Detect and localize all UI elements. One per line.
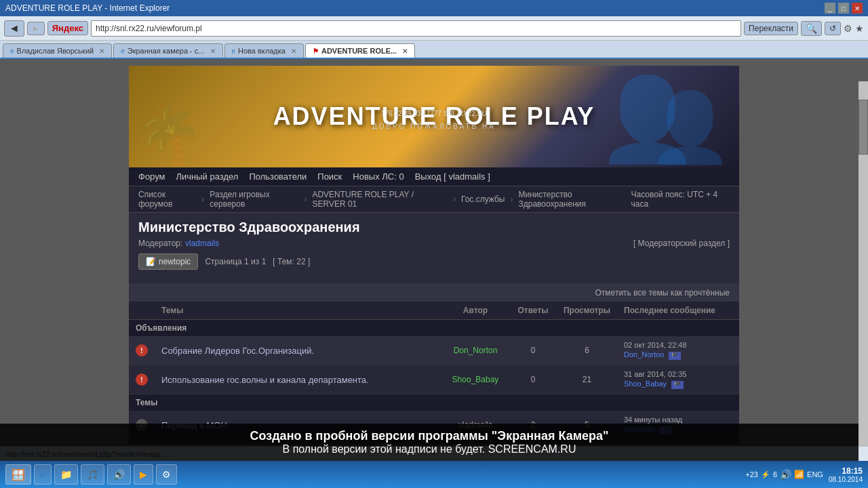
- nav-users[interactable]: Пользователи: [249, 171, 307, 182]
- breadcrumb-ministry[interactable]: Министерство Здравоохранения: [518, 190, 631, 209]
- forward-button[interactable]: ►: [27, 22, 45, 35]
- tab-favicon-4: ⚑: [313, 47, 319, 55]
- forum-title-bar: Министерство Здравоохранения: [138, 220, 730, 235]
- nav-forum[interactable]: Форум: [138, 171, 165, 182]
- address-bar[interactable]: http://snl.rx22.ru/viewforum.pl: [91, 20, 741, 37]
- topics-table: Темы Автор Ответы Просмотры Последнее со: [129, 302, 739, 444]
- nav-personal[interactable]: Личный раздел: [176, 171, 239, 182]
- tab-close-1[interactable]: ✕: [99, 47, 104, 55]
- back-button[interactable]: ◄: [4, 20, 24, 37]
- author-link[interactable]: Shoo_Babay: [452, 375, 499, 384]
- moderator-section: Модератор: vladmails [ Модераторский раз…: [138, 238, 730, 248]
- taskbar-ie[interactable]: e: [34, 464, 52, 485]
- ie-icon: e: [40, 469, 45, 480]
- tray-network: 📶: [794, 470, 804, 479]
- tray-lang: ENG: [807, 470, 823, 479]
- col-icon: [129, 302, 155, 320]
- author-cell: Don_Norton: [441, 336, 509, 365]
- forum-body: Министерство Здравоохранения Модератор: …: [129, 213, 739, 283]
- minimize-button[interactable]: _: [825, 3, 835, 14]
- breadcrumb-timezone: Часовой пояс: UTC + 4 часа: [631, 190, 730, 209]
- topic-count: [ Тем: 22 ]: [273, 257, 310, 266]
- scrollbar[interactable]: [859, 81, 868, 446]
- views-cell: 6: [557, 336, 617, 365]
- last-post-author[interactable]: Shoo_Babay: [624, 380, 667, 388]
- new-topic-label: newtopic: [159, 257, 191, 266]
- breadcrumb-sep-2: ›: [304, 195, 307, 204]
- taskbar-explorer[interactable]: 📁: [54, 464, 78, 485]
- nav-logout[interactable]: Выход [ vladmails ]: [415, 171, 490, 182]
- mark-read-link[interactable]: Отметить все темы как прочтённые: [595, 288, 730, 298]
- taskbar-app3[interactable]: 🔊: [107, 464, 131, 485]
- window-controls: _ □ ✕: [825, 3, 863, 14]
- tab-label-2: Экранная камера - с...: [127, 47, 205, 55]
- taskbar-media[interactable]: 🎵: [81, 464, 104, 485]
- watermark-line1: Создано в пробной версии программы "Экра…: [14, 429, 845, 443]
- col-views: Просмотры: [557, 302, 617, 320]
- media-icon: 🎵: [87, 469, 98, 480]
- moderator-name[interactable]: vladmails: [185, 239, 219, 248]
- last-post-date: 34 минуты назад: [624, 415, 732, 424]
- tab-adventure[interactable]: ⚑ ADVENTURE ROLE... ✕: [305, 43, 415, 58]
- nav-messages[interactable]: Новых ЛС: 0: [353, 171, 403, 182]
- maximize-button[interactable]: □: [838, 3, 849, 14]
- nav-search[interactable]: Поиск: [317, 171, 342, 182]
- tray-volume: 🔊: [780, 469, 791, 480]
- close-button[interactable]: ✕: [852, 3, 863, 14]
- page-outer: ADVENTURE ROLE PLAY - Internet Explorer …: [0, 0, 868, 488]
- last-post-date: 02 окт 2014, 22:48: [624, 341, 732, 349]
- taskbar-right: +23 ⚡ 6 🔊 📶 ENG 18:15 08.10.2014: [745, 466, 863, 483]
- col-last-post: Последнее сообщение: [617, 302, 739, 320]
- tab-vladislav[interactable]: e Владислав Яворський ✕: [3, 43, 112, 58]
- address-text: http://snl.rx22.ru/viewforum.pl: [96, 24, 202, 33]
- moderator-info: Модератор: vladmails: [138, 238, 219, 248]
- taskbar: 🪟 e 📁 🎵 🔊 ▶ ⚙ +23 ⚡: [0, 461, 868, 488]
- forum-banner: ДОБРО ПОЖАЛОВАТЬ НА ADVENTURE ROLE PLAY …: [129, 66, 739, 167]
- tab-close-2[interactable]: ✕: [210, 47, 216, 55]
- refresh-button[interactable]: ↺: [825, 22, 841, 35]
- app5-icon: ⚙: [162, 469, 171, 480]
- moderator-section-link: [ Модераторский раздел ]: [633, 239, 730, 248]
- last-post-author[interactable]: Don_Norton: [624, 350, 664, 359]
- search-button[interactable]: 🔍: [801, 21, 822, 36]
- new-topic-icon: 📝: [146, 257, 156, 266]
- breadcrumb-sep-1: ›: [201, 195, 204, 204]
- topic-title-link[interactable]: Использование гос.волны и канала департа…: [161, 375, 369, 385]
- author-link[interactable]: Don_Norton: [454, 346, 498, 355]
- col-author: Автор: [441, 302, 509, 320]
- breadcrumb-game-servers[interactable]: Раздел игровых серверов: [210, 190, 298, 209]
- translate-button[interactable]: Перекласти: [744, 22, 798, 35]
- tab-close-3[interactable]: ✕: [291, 47, 296, 55]
- tab-close-4[interactable]: ✕: [402, 47, 408, 55]
- tab-label-1: Владислав Яворський: [17, 47, 94, 55]
- breadcrumb: Список форумов › Раздел игровых серверов…: [129, 186, 739, 213]
- taskbar-start[interactable]: 🪟: [5, 464, 31, 485]
- tab-new[interactable]: e Нова вкладка ✕: [224, 43, 304, 58]
- app3-icon: 🔊: [113, 469, 125, 480]
- author-cell: Shoo_Babay: [441, 365, 509, 394]
- page-content-area: ДОБРО ПОЖАЛОВАТЬ НА ADVENTURE ROLE PLAY …: [0, 59, 868, 444]
- tray-temp: +23: [745, 470, 758, 479]
- topic-title-link[interactable]: Собрание Лидеров Гос.Организаций.: [161, 346, 314, 356]
- title-bar-label: ADVENTURE ROLE PLAY - Internet Explorer: [5, 3, 170, 13]
- breadcrumb-forums[interactable]: Список форумов: [138, 190, 196, 209]
- scrollbar-thumb[interactable]: [859, 100, 868, 155]
- breadcrumb-server01[interactable]: ADVENTURE ROLE PLAY / SERVER 01: [312, 190, 448, 209]
- user-flag: 🏴: [669, 352, 681, 360]
- moderator-section-link-a[interactable]: [ Модераторский раздел ]: [633, 239, 730, 248]
- replies-cell: 0: [509, 336, 557, 365]
- table-row: ! Использование гос.волны и канала депар…: [129, 365, 739, 394]
- breadcrumb-gov[interactable]: Гос.службы: [461, 195, 505, 204]
- replies-cell: 0: [509, 365, 557, 394]
- tab-label-4: ADVENTURE ROLE...: [321, 47, 397, 55]
- watermark-line2: В полной версии этой надписи не будет. S…: [14, 443, 845, 455]
- taskbar-app4[interactable]: ▶: [134, 464, 153, 485]
- nav-icons: ⚙ ★: [844, 23, 864, 34]
- taskbar-app5[interactable]: ⚙: [156, 464, 177, 485]
- yandex-logo: Яндекс: [52, 23, 83, 33]
- forum-title: Министерство Здравоохранения: [138, 220, 360, 235]
- new-topic-button[interactable]: 📝 newtopic: [138, 253, 198, 270]
- topic-icon-cell: !: [129, 336, 155, 365]
- taskbar-left: 🪟 e 📁 🎵 🔊 ▶ ⚙: [5, 464, 177, 485]
- tab-screencam[interactable]: e Экранная камера - с... ✕: [113, 43, 222, 58]
